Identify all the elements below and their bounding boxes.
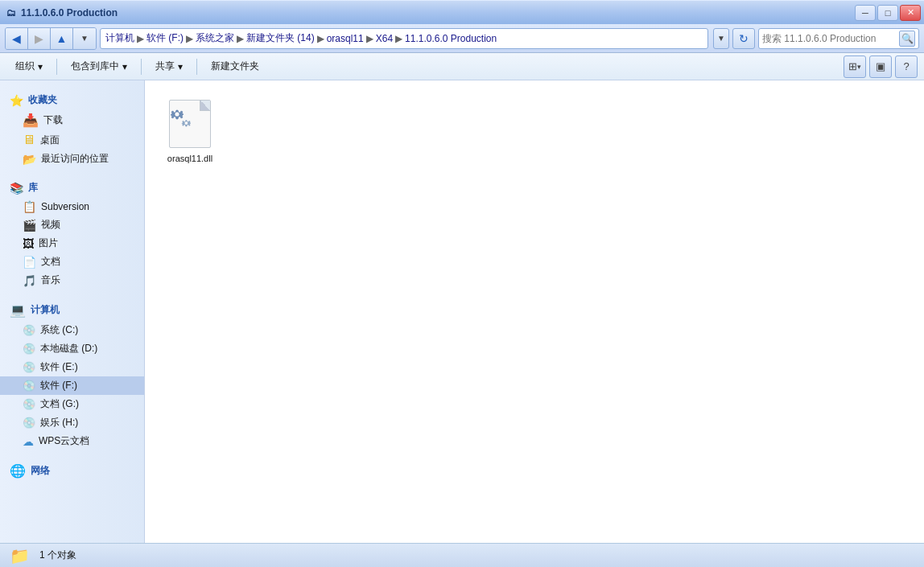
share-button[interactable]: 共享 ▾ [146,55,192,78]
sidebar: ⭐ 收藏夹 📥 下载 🖥 桌面 📂 最近访问的位置 📚 库 📋 Subversi… [0,80,145,543]
drive-f-icon: 💿 [23,380,35,392]
breadcrumb-x64[interactable]: X64 [376,33,393,44]
network-icon: 🌐 [10,463,26,479]
separator-2 [0,290,144,296]
downloads-folder-icon: 📥 [23,113,39,128]
sidebar-item-drive-g-label: 文档 (G:) [40,397,79,411]
sidebar-item-desktop[interactable]: 🖥 桌面 [0,130,144,150]
organize-button[interactable]: 组织 ▾ [6,55,52,78]
drive-e-icon: 💿 [23,361,35,373]
view-dropdown-icon: ▾ [857,63,861,71]
sidebar-item-drive-c[interactable]: 💿 系统 (C:) [0,321,144,339]
sidebar-item-drive-h[interactable]: 💿 娱乐 (H:) [0,413,144,432]
status-folder-icon: 📁 [10,546,30,565]
favorites-label: 收藏夹 [28,93,57,107]
organize-arrow-icon: ▾ [38,61,43,72]
search-button[interactable]: 🔍 [899,31,915,47]
sidebar-item-drive-e-label: 软件 (E:) [40,360,78,374]
file-icon-container [164,98,216,150]
minimize-button[interactable]: ─ [855,5,876,21]
breadcrumb-dropdown-button[interactable]: ▼ [713,28,729,49]
library-section-title: 📚 库 [0,175,144,198]
help-icon: ? [903,60,909,72]
toolbar: 组织 ▾ 包含到库中 ▾ 共享 ▾ 新建文件夹 ⊞ ▾ ▣ ? [0,53,924,80]
sidebar-item-drive-c-label: 系统 (C:) [40,323,78,337]
forward-button[interactable]: ▶ [28,28,51,49]
window-title: 11.1.0.6.0 Production [21,7,118,18]
network-label: 网络 [31,464,50,478]
sidebar-item-drive-f[interactable]: 💿 软件 (F:) [0,376,144,395]
sidebar-item-drive-h-label: 娱乐 (H:) [40,416,78,429]
help-button[interactable]: ? [895,55,918,78]
breadcrumb-newfolder[interactable]: 新建文件夹 (14) [246,31,315,45]
separator-1 [0,168,144,175]
computer-section-title: 💻 计算机 [0,296,144,321]
sidebar-item-video-label: 视频 [41,218,60,232]
computer-label: 计算机 [31,303,60,317]
sidebar-item-recent-label: 最近访问的位置 [41,152,109,166]
sidebar-item-wps-cloud[interactable]: ☁ WPS云文档 [0,432,144,450]
status-bar: 📁 1 个对象 [0,543,924,567]
sidebar-item-drive-d-label: 本地磁盘 (D:) [40,342,97,355]
documents-icon: 📄 [23,256,36,269]
breadcrumb-bar[interactable]: 计算机 ▶ 软件 (F:) ▶ 系统之家 ▶ 新建文件夹 (14) ▶ oras… [100,28,708,49]
toolbar-right: ⊞ ▾ ▣ ? [844,55,918,78]
separator-3 [0,450,144,457]
search-box: 🔍 [758,28,919,49]
pane-toggle-button[interactable]: ▣ [869,55,892,78]
view-toggle-button[interactable]: ⊞ ▾ [844,55,866,78]
library-label: 库 [28,181,38,195]
video-icon: 🎬 [23,219,36,232]
sidebar-item-music[interactable]: 🎵 音乐 [0,271,144,290]
sidebar-item-recent[interactable]: 📂 最近访问的位置 [0,150,144,168]
up-button[interactable]: ▲ [51,28,73,49]
file-item-orasql11[interactable]: orasql11.dll [158,93,222,169]
sidebar-item-subversion-label: Subversion [41,201,89,212]
sidebar-item-drive-d[interactable]: 💿 本地磁盘 (D:) [0,339,144,358]
share-arrow-icon: ▾ [178,61,183,72]
file-name-orasql11: orasql11.dll [167,153,212,164]
drive-h-icon: 💿 [23,417,35,429]
nav-buttons: ◀ ▶ ▲ ▼ [5,27,97,50]
desktop-folder-icon: 🖥 [23,133,35,147]
maximize-button[interactable]: □ [877,5,898,21]
refresh-button[interactable]: ↻ [732,28,755,49]
status-count: 1 个对象 [39,549,76,562]
share-label: 共享 [155,60,175,73]
include-in-library-button[interactable]: 包含到库中 ▾ [62,55,136,78]
organize-label: 组织 [15,60,35,73]
sidebar-item-drive-g[interactable]: 💿 文档 (G:) [0,395,144,413]
sidebar-item-drive-e[interactable]: 💿 软件 (E:) [0,358,144,376]
sidebar-item-video[interactable]: 🎬 视频 [0,216,144,234]
new-folder-button[interactable]: 新建文件夹 [202,55,268,78]
breadcrumb-drive[interactable]: 软件 (F:) [146,31,184,45]
breadcrumb-computer[interactable]: 计算机 [105,31,134,45]
recent-folder-icon: 📂 [23,153,36,166]
drive-g-icon: 💿 [23,398,35,410]
sidebar-item-subversion[interactable]: 📋 Subversion [0,198,144,216]
nav-dropdown-button[interactable]: ▼ [73,28,96,49]
close-button[interactable]: ✕ [900,5,921,21]
toolbar-divider-3 [196,59,197,75]
sidebar-item-wps-cloud-label: WPS云文档 [39,434,89,448]
sidebar-item-desktop-label: 桌面 [40,134,60,147]
sidebar-item-pictures[interactable]: 🖼 图片 [0,234,144,253]
breadcrumb-orasql11[interactable]: orasql11 [327,33,364,44]
search-input[interactable] [762,33,899,44]
music-icon: 🎵 [23,274,36,287]
network-section-title: 🌐 网络 [0,457,144,482]
breadcrumb-syshouse[interactable]: 系统之家 [196,31,234,45]
title-bar-controls: ─ □ ✕ [855,5,921,21]
breadcrumb-production[interactable]: 11.1.0.6.0 Production [405,33,497,44]
address-bar: ◀ ▶ ▲ ▼ 计算机 ▶ 软件 (F:) ▶ 系统之家 ▶ 新建文件夹 (14… [0,24,924,53]
sidebar-item-downloads[interactable]: 📥 下载 [0,110,144,130]
back-button[interactable]: ◀ [6,28,28,49]
subversion-icon: 📋 [23,200,36,213]
sidebar-item-music-label: 音乐 [41,273,60,287]
include-in-library-label: 包含到库中 [71,60,119,73]
drive-d-icon: 💿 [23,343,35,355]
toolbar-divider-1 [56,59,57,75]
content-area: orasql11.dll [145,80,924,543]
pane-icon: ▣ [876,60,885,72]
sidebar-item-documents[interactable]: 📄 文档 [0,253,144,271]
